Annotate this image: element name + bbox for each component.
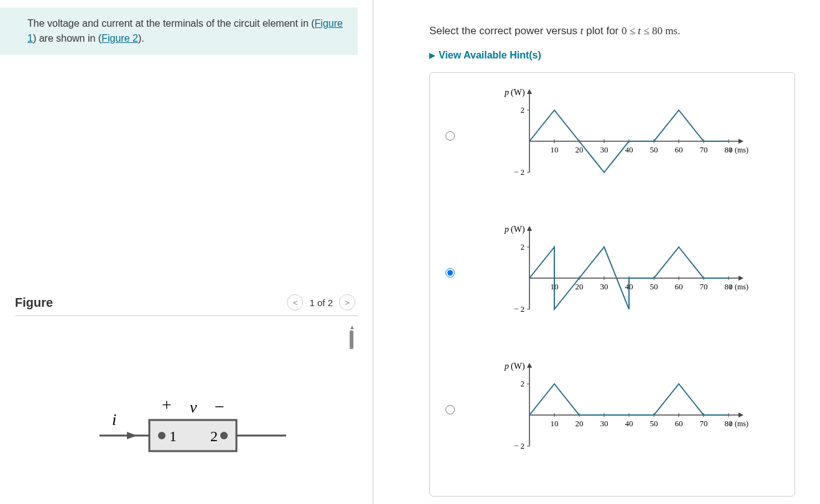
xtick-label: 10	[551, 419, 559, 428]
hints-toggle[interactable]: ▶ View Available Hint(s)	[429, 50, 795, 61]
figure-body: i + v − 1 2 ▲	[15, 324, 358, 504]
app-root: The voltage and current at the terminals…	[0, 0, 820, 504]
xtick-label: 70	[700, 145, 708, 154]
ylabel: p	[504, 88, 509, 97]
hints-label: View Available Hint(s)	[439, 50, 541, 61]
figure-scrollbar[interactable]: ▲	[349, 324, 354, 504]
xtick-label: 60	[675, 145, 683, 154]
svg-marker-36	[527, 363, 532, 368]
xtick-label: 50	[650, 419, 658, 428]
voltage-label: v	[190, 398, 197, 416]
circuit-diagram: i + v − 1 2	[75, 364, 299, 464]
q-prefix: Select the correct power versus	[429, 25, 580, 37]
figure2-link[interactable]: Figure 2	[101, 33, 138, 44]
ylabel-unit: (W)	[511, 225, 525, 235]
scroll-thumb[interactable]	[350, 330, 353, 349]
ytick-label: 2	[521, 105, 525, 114]
ytick-label: 2	[521, 379, 525, 388]
option-radio[interactable]	[445, 131, 455, 141]
power-plot: − 221020304050607080p(W)t(ms)	[486, 222, 753, 322]
node2-label: 2	[210, 428, 218, 444]
plus-label: +	[162, 395, 172, 414]
xtick-label: 50	[650, 145, 658, 154]
triangle-right-icon: ▶	[429, 51, 435, 60]
figure-title: Figure	[15, 296, 284, 310]
scroll-up-icon: ▲	[349, 324, 354, 330]
option-radio[interactable]	[445, 268, 455, 278]
ylabel-unit: (W)	[511, 88, 525, 98]
ylabel: p	[504, 362, 509, 371]
option-radio[interactable]	[445, 405, 455, 414]
xtick-label: 70	[700, 419, 708, 428]
q-range: 0 ≤ t ≤ 80 ms	[622, 25, 678, 37]
figure-prev-button[interactable]: <	[287, 294, 303, 310]
minus-label: −	[215, 397, 225, 416]
xlabel-unit: (ms)	[735, 146, 748, 154]
figure-next-button[interactable]: >	[339, 294, 355, 310]
svg-point-4	[158, 432, 165, 439]
ytick-label: 2	[521, 242, 525, 251]
xlabel-unit: (ms)	[735, 282, 748, 291]
intro-text: The voltage and current at the terminals…	[27, 18, 315, 29]
xtick-label: 20	[575, 145, 584, 154]
svg-marker-9	[738, 139, 743, 144]
right-pane: Select the correct power versus t plot f…	[373, 0, 820, 504]
ytick-label: − 2	[514, 304, 524, 314]
xtick-label: 30	[600, 145, 608, 154]
intro-text: ) are shown in (	[33, 33, 101, 44]
svg-marker-22	[527, 226, 532, 231]
svg-marker-3	[127, 432, 137, 439]
xtick-label: 60	[675, 419, 683, 428]
current-label: i	[112, 411, 116, 429]
problem-intro: The voltage and current at the terminals…	[0, 7, 358, 55]
ylabel: p	[504, 225, 509, 234]
ylabel-unit: (W)	[511, 362, 525, 371]
question-text: Select the correct power versus t plot f…	[429, 25, 795, 37]
ytick-label: − 2	[514, 441, 524, 450]
xtick-label: 30	[600, 419, 608, 428]
figure-header: Figure < 1 of 2 >	[15, 294, 358, 316]
xtick-label: 20	[575, 419, 584, 428]
xtick-label: 20	[575, 282, 584, 291]
node1-label: 1	[169, 428, 177, 444]
figure-section: Figure < 1 of 2 >	[0, 294, 373, 504]
svg-point-5	[220, 432, 228, 439]
q-suffix: .	[678, 25, 681, 37]
xtick-label: 60	[675, 282, 683, 291]
answer-option[interactable]: − 221020304050607080p(W)t(ms)	[442, 222, 782, 322]
answer-option[interactable]: − 221020304050607080p(W)t(ms)	[442, 85, 782, 185]
answer-options: − 221020304050607080p(W)t(ms)− 221020304…	[429, 72, 795, 497]
left-pane: The voltage and current at the terminals…	[0, 0, 373, 504]
power-curve	[529, 384, 729, 415]
xtick-label: 40	[625, 145, 633, 154]
intro-text: ).	[138, 33, 144, 44]
xtick-label: 40	[625, 419, 633, 428]
svg-marker-37	[738, 413, 743, 418]
xtick-label: 30	[600, 282, 608, 291]
figure-pager: 1 of 2	[309, 297, 333, 308]
q-mid: plot for	[584, 25, 622, 37]
ytick-label: − 2	[514, 167, 524, 177]
xlabel-unit: (ms)	[735, 419, 748, 428]
power-plot: − 221020304050607080p(W)t(ms)	[486, 359, 753, 459]
svg-marker-23	[738, 276, 743, 281]
xtick-label: 10	[551, 145, 559, 154]
xtick-label: 50	[650, 282, 658, 291]
xtick-label: 70	[700, 282, 708, 291]
svg-marker-8	[527, 89, 532, 94]
power-plot: − 221020304050607080p(W)t(ms)	[486, 85, 753, 185]
answer-option[interactable]: − 221020304050607080p(W)t(ms)	[442, 359, 782, 459]
